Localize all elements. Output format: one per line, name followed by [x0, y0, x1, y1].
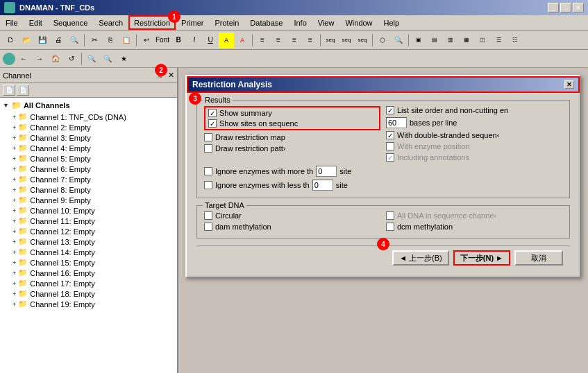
list-site-order-checkbox[interactable] — [386, 106, 394, 114]
dna-btn[interactable]: ⬡ — [375, 33, 390, 48]
list-item[interactable]: + 📁 Channel 3: Empty — [1, 132, 176, 143]
channel-all-item[interactable]: ▼ 📁 All Channels — [1, 99, 176, 112]
double-stranded-checkbox[interactable] — [386, 131, 394, 139]
refresh-btn[interactable]: ↺ — [64, 51, 79, 67]
circular-checkbox[interactable] — [204, 211, 212, 220]
menu-database[interactable]: Database — [244, 15, 288, 30]
all-dna-checkbox[interactable] — [386, 211, 394, 220]
align-justify-btn[interactable]: ≡ — [303, 33, 318, 48]
list-item[interactable]: + 📁 Channel 10: Empty — [1, 205, 176, 216]
extra3-btn[interactable]: ▥ — [443, 33, 458, 48]
open-btn[interactable]: 📂 — [19, 33, 34, 48]
italic-btn[interactable]: I — [187, 33, 202, 48]
close-channel-btn[interactable]: ✕ — [168, 71, 174, 80]
menu-edit[interactable]: Edit — [24, 15, 48, 30]
next-button[interactable]: 下一步(N) ► — [453, 250, 510, 266]
preview-btn[interactable]: 🔍 — [67, 33, 82, 48]
dialog-close-button[interactable]: ✕ — [564, 80, 574, 89]
maximize-button[interactable]: □ — [560, 3, 571, 12]
extra5-btn[interactable]: ◫ — [475, 33, 490, 48]
close-button[interactable]: ✕ — [573, 3, 584, 12]
list-item[interactable]: + 📁 Channel 4: Empty — [1, 143, 176, 153]
bold-btn[interactable]: B — [171, 33, 186, 48]
seq2-btn[interactable]: seq — [339, 33, 354, 48]
zoom-in-btn[interactable]: 🔍 — [84, 51, 99, 67]
extra4-btn[interactable]: ▦ — [459, 33, 474, 48]
align-center-btn[interactable]: ≡ — [271, 33, 286, 48]
align-right-btn[interactable]: ≡ — [287, 33, 302, 48]
list-item[interactable]: + 📁 Channel 13: Empty — [1, 236, 176, 247]
show-summary-checkbox[interactable] — [208, 109, 217, 117]
paste-btn[interactable]: 📋 — [119, 33, 134, 48]
list-item[interactable]: + 📁 Channel 17: Empty — [1, 278, 176, 288]
ignore-more-checkbox[interactable] — [204, 167, 212, 175]
list-item[interactable]: + 📁 Channel 18: Empty — [1, 288, 176, 299]
search2-btn[interactable]: 🔍 — [391, 33, 406, 48]
list-item[interactable]: + 📁 Channel 14: Empty — [1, 247, 176, 257]
copy-btn[interactable]: ⎘ — [103, 33, 118, 48]
undo-btn[interactable]: ↩ — [139, 33, 154, 48]
folder-icon: 📁 — [18, 112, 28, 121]
enzyme-pos-checkbox[interactable] — [386, 142, 394, 150]
cancel-button[interactable]: 取消 — [514, 250, 563, 266]
cut-btn[interactable]: ✂ — [87, 33, 102, 48]
menu-help[interactable]: Help — [378, 15, 405, 30]
list-item[interactable]: + 📁 Channel 6: Empty — [1, 164, 176, 174]
channel-new-btn[interactable]: 📄 — [3, 85, 15, 96]
back-btn[interactable]: ← — [16, 51, 31, 67]
forward-btn[interactable]: → — [32, 51, 47, 67]
list-item[interactable]: + 📁 Channel 19: Empty — [1, 299, 176, 309]
ignore-less-input[interactable] — [312, 180, 333, 191]
ignore-more-input[interactable] — [316, 166, 337, 177]
seq3-btn[interactable]: seq — [355, 33, 370, 48]
draw-pattern-checkbox[interactable] — [204, 144, 212, 153]
menu-search[interactable]: Search — [93, 15, 128, 30]
home-btn[interactable]: 🏠 — [48, 51, 63, 67]
list-item[interactable]: + 📁 Channel 8: Empty — [1, 184, 176, 195]
list-item[interactable]: + 📁 Channel 15: Empty — [1, 257, 176, 268]
underline-btn[interactable]: U — [203, 33, 218, 48]
menu-restriction[interactable]: Restriction 1 — [128, 15, 176, 30]
channel-edit-btn[interactable]: 📄 — [17, 85, 29, 96]
minimize-button[interactable]: _ — [548, 3, 559, 12]
dam-methylation-checkbox[interactable] — [204, 223, 212, 231]
extra7-btn[interactable]: ☷ — [507, 33, 522, 48]
extra6-btn[interactable]: ☰ — [491, 33, 506, 48]
dcm-methylation-checkbox[interactable] — [386, 223, 394, 231]
list-item[interactable]: + 📁 Channel 9: Empty — [1, 195, 176, 205]
new-btn[interactable]: 🗋 — [3, 33, 18, 48]
list-item[interactable]: + 📁 Channel 2: Empty — [1, 122, 176, 132]
zoom-out-btn[interactable]: 🔍 — [100, 51, 115, 67]
menu-primer[interactable]: Primer — [176, 15, 209, 30]
bases-per-line-input[interactable] — [386, 117, 407, 128]
menu-sequence[interactable]: Sequence — [48, 15, 94, 30]
font-btn[interactable]: Font — [155, 33, 170, 48]
print-btn[interactable]: 🖨 — [51, 33, 66, 48]
expand-icon: + — [12, 249, 16, 256]
menu-window[interactable]: Window — [339, 15, 378, 30]
highlight-btn[interactable]: A — [219, 33, 234, 48]
list-item[interactable]: + 📁 Channel 11: Empty — [1, 216, 176, 226]
list-item[interactable]: + 📁 Channel 7: Empty — [1, 174, 176, 184]
show-sites-checkbox[interactable] — [208, 119, 217, 128]
menu-file[interactable]: File — [0, 15, 24, 30]
bookmark-btn[interactable]: ★ — [116, 51, 131, 67]
menu-info[interactable]: Info — [288, 15, 312, 30]
including-annots-checkbox[interactable] — [386, 153, 394, 162]
list-item[interactable]: + 📁 Channel 12: Empty — [1, 226, 176, 236]
extra1-btn[interactable]: ▣ — [411, 33, 426, 48]
list-item[interactable]: + 📁 Channel 5: Empty — [1, 153, 176, 164]
extra2-btn[interactable]: ▤ — [427, 33, 442, 48]
nav-icon[interactable] — [3, 53, 15, 65]
align-left-btn[interactable]: ≡ — [255, 33, 270, 48]
menu-protein[interactable]: Protein — [209, 15, 244, 30]
save-btn[interactable]: 💾 — [35, 33, 50, 48]
menu-view[interactable]: View — [312, 15, 340, 30]
color-btn[interactable]: A — [235, 33, 250, 48]
seq1-btn[interactable]: seq — [323, 33, 338, 48]
draw-map-checkbox[interactable] — [204, 133, 212, 141]
list-item[interactable]: + 📁 Channel 16: Empty — [1, 268, 176, 278]
list-item[interactable]: + 📁 Channel 1: TNF_CDs (DNA) — [1, 112, 176, 122]
ignore-less-checkbox[interactable] — [204, 181, 212, 189]
prev-button[interactable]: ◄ 上一步(B) — [392, 250, 449, 266]
